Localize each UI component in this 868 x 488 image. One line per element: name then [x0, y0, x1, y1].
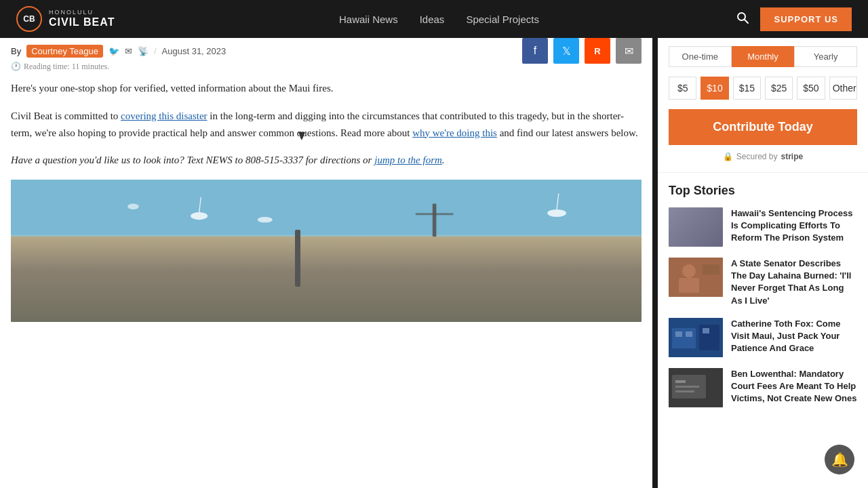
article-paragraph-2: Civil Beat is committed to covering this…: [11, 108, 642, 142]
story-item-1[interactable]: Hawaii's Sentencing Process Is Complicat…: [669, 207, 857, 247]
svg-rect-32: [703, 264, 719, 274]
svg-rect-8: [105, 263, 143, 287]
nav-ideas[interactable]: Ideas: [420, 14, 445, 25]
amount-15[interactable]: $15: [733, 77, 761, 100]
sidebar: One-time Monthly Yearly $5 $10 $15 $25 $…: [658, 38, 868, 488]
svg-point-16: [296, 243, 309, 264]
logo-text-block: HONOLULU CIVIL BEAT: [49, 9, 115, 28]
top-stories: Top Stories Hawaii's Sentencing Process …: [658, 173, 868, 429]
share-email-button[interactable]: ✉: [616, 38, 642, 64]
story-headline-3: Catherine Toth Fox: Come Visit Maui, Jus…: [731, 318, 857, 355]
svg-rect-4: [11, 237, 642, 251]
svg-rect-10: [227, 260, 260, 289]
jump-form-link[interactable]: jump to the form: [374, 155, 442, 165]
logo-bottom: CIVIL BEAT: [49, 16, 115, 28]
svg-rect-6: [11, 235, 642, 253]
donation-widget: One-time Monthly Yearly $5 $10 $15 $25 $…: [658, 38, 868, 173]
why-doing-link[interactable]: why we're doing this: [412, 127, 497, 138]
svg-line-1: [745, 20, 748, 23]
search-button[interactable]: [736, 11, 749, 28]
svg-rect-7: [11, 256, 642, 321]
svg-point-17: [454, 241, 471, 265]
svg-rect-9: [161, 267, 213, 286]
reading-time: 🕐 Reading time: 11 minutes.: [11, 62, 226, 72]
nav-hawaii-news[interactable]: Hawaii News: [339, 14, 398, 25]
svg-rect-28: [11, 321, 642, 322]
svg-rect-3: [11, 180, 642, 241]
svg-point-22: [258, 217, 273, 222]
story-item-4[interactable]: Ben Lowenthal: Mandatory Court Fees Are …: [669, 368, 857, 407]
stripe-label: stripe: [781, 152, 804, 161]
tab-one-time[interactable]: One-time: [669, 46, 732, 67]
logo-top: HONOLULU: [49, 9, 115, 16]
secure-text: 🔒 Secured by stripe: [669, 152, 857, 161]
amount-5[interactable]: $5: [669, 77, 696, 100]
svg-rect-42: [675, 386, 699, 388]
thumb4-svg: [669, 368, 723, 407]
nav-special-projects[interactable]: Special Projects: [466, 14, 539, 25]
logo-emblem: CB: [16, 6, 42, 32]
contribute-today-button[interactable]: Contribute Today: [669, 109, 857, 145]
svg-rect-5: [11, 251, 642, 322]
svg-point-30: [682, 264, 696, 278]
svg-rect-41: [675, 380, 686, 383]
amount-other[interactable]: Other: [829, 77, 857, 100]
amount-25[interactable]: $25: [765, 77, 793, 100]
share-twitter-button[interactable]: 𝕏: [553, 38, 579, 64]
tab-yearly[interactable]: Yearly: [794, 46, 857, 67]
svg-rect-14: [481, 265, 528, 286]
svg-point-21: [191, 212, 208, 220]
svg-point-18: [532, 246, 545, 265]
svg-rect-31: [679, 278, 699, 293]
svg-rect-13: [406, 260, 472, 284]
article-intro: Here's your one-stop shop for verified, …: [11, 80, 642, 97]
clock-icon: 🕐: [11, 62, 21, 72]
article-meta-left: By Courtney Teague 🐦 ✉ 📡 / August 31, 20…: [11, 38, 226, 72]
svg-rect-12: [350, 262, 392, 289]
svg-rect-27: [11, 312, 642, 322]
tab-monthly[interactable]: Monthly: [732, 46, 795, 67]
author-name[interactable]: Courtney Teague: [26, 45, 103, 58]
email-icon[interactable]: ✉: [125, 46, 132, 56]
amount-50[interactable]: $50: [797, 77, 825, 100]
svg-rect-19: [433, 204, 437, 308]
support-us-button[interactable]: SUPPORT US: [760, 7, 852, 31]
svg-point-23: [547, 209, 566, 217]
story-headline-1: Hawaii's Sentencing Process Is Complicat…: [731, 207, 857, 245]
share-facebook-button[interactable]: f: [522, 38, 548, 64]
svg-point-15: [144, 244, 159, 266]
share-reddit-button[interactable]: R: [585, 38, 610, 64]
search-icon: [736, 11, 749, 24]
rss-icon[interactable]: 📡: [138, 46, 149, 56]
author-label: By: [11, 46, 21, 56]
article-body: Here's your one-stop shop for verified, …: [11, 80, 642, 169]
navbar: CB HONOLULU CIVIL BEAT Hawaii News Ideas…: [0, 0, 868, 38]
article-meta-row: By Courtney Teague 🐦 ✉ 📡 / August 31, 20…: [11, 38, 642, 72]
svg-rect-38: [703, 328, 709, 333]
twitter-icon[interactable]: 🐦: [108, 46, 119, 56]
amount-10[interactable]: $10: [701, 77, 728, 100]
lock-icon: 🔒: [723, 152, 733, 161]
svg-rect-34: [672, 328, 696, 348]
story-item-3[interactable]: Catherine Toth Fox: Come Visit Maui, Jus…: [669, 318, 857, 357]
site-logo[interactable]: CB HONOLULU CIVIL BEAT: [16, 6, 115, 32]
story-thumb-3: [669, 318, 723, 357]
article-column: By Courtney Teague 🐦 ✉ 📡 / August 31, 20…: [0, 38, 652, 488]
nav-links: Hawaii News Ideas Special Projects: [142, 14, 736, 25]
amount-row: $5 $10 $15 $25 $50 Other: [669, 77, 857, 100]
covering-link[interactable]: covering this disaster: [121, 110, 207, 121]
top-stories-title: Top Stories: [669, 184, 857, 198]
article-question-cta: Have a question you'd like us to look in…: [11, 152, 642, 169]
article-photo-svg: [11, 180, 642, 322]
thumb2-svg: [669, 258, 723, 297]
svg-point-24: [127, 204, 139, 209]
thumb3-svg: [669, 318, 723, 357]
story-headline-4: Ben Lowenthal: Mandatory Court Fees Are …: [731, 368, 857, 405]
story-item-2[interactable]: A State Senator Describes The Day Lahain…: [669, 258, 857, 307]
page-body: By Courtney Teague 🐦 ✉ 📡 / August 31, 20…: [0, 38, 868, 488]
frequency-tabs: One-time Monthly Yearly: [669, 46, 857, 67]
article-date: August 31, 2023: [162, 46, 226, 56]
story-thumb-1: [669, 207, 723, 247]
svg-rect-36: [675, 331, 682, 337]
notification-button[interactable]: 🔔: [825, 445, 854, 474]
